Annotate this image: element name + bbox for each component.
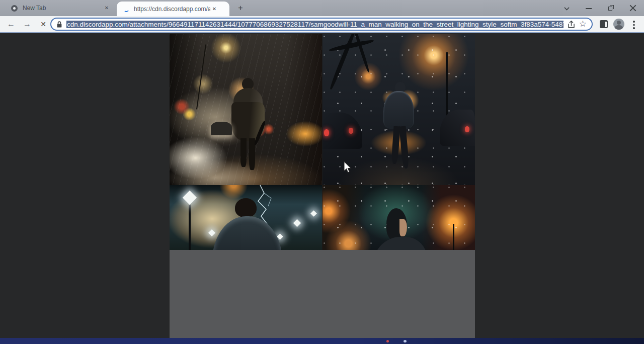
tab-close-icon[interactable]: ✕ [103,4,111,12]
lock-icon[interactable] [56,21,62,28]
share-icon[interactable] [567,20,576,29]
image-quadrant-bottom-left [170,185,322,250]
tab-search-chevron-icon[interactable] [564,5,569,10]
taskbar-app-dot [404,340,407,342]
street-lamp-head [310,210,317,217]
profile-man-face [399,219,407,236]
mouse-cursor [343,161,353,174]
new-tab-favicon-icon [11,5,18,12]
image-quadrant-top-left [170,34,322,185]
taillight [324,129,329,136]
tab-title: https://cdn.discordapp.com/atta [134,6,210,13]
lamp-pole [189,205,191,250]
address-bar[interactable]: cdn.discordapp.com/attachments/966491171… [50,18,593,31]
tab-new-tab[interactable]: New Tab ✕ [4,0,115,16]
walking-man-jacket [383,91,414,129]
minimize-button[interactable] [586,8,592,9]
walking-man-leg [240,138,247,167]
new-tab-button[interactable]: + [235,3,246,13]
bookmark-star-icon[interactable]: ☆ [579,19,587,29]
forward-button[interactable]: → [21,18,33,30]
generated-image-grid[interactable] [170,34,475,338]
menu-kebab-icon[interactable] [633,21,635,30]
avatar-head-icon [617,21,621,25]
browser-toolbar: ← → ✕ cdn.discordapp.com/attachments/966… [0,16,644,33]
street-lamp-head [208,229,215,236]
street-lamp-head [183,191,197,205]
image-quadrant-bottom-right [323,185,475,250]
side-panel-icon[interactable] [600,20,608,28]
street-lamp-head [293,219,301,227]
taskbar-app-dot [386,340,389,342]
distant-car [211,122,232,135]
avatar-body-icon [615,25,623,30]
tab-title: New Tab [23,5,103,12]
tab-strip: New Tab ✕ https://cdn.discordapp.com/att… [0,0,644,16]
url-field[interactable]: cdn.discordapp.com/attachments/966491171… [66,21,564,28]
lamp-pole [453,224,454,250]
page-content [0,34,644,338]
tab-discord-cdn[interactable]: https://cdn.discordapp.com/atta ✕ [117,2,229,16]
close-window-button[interactable] [629,5,636,12]
taillight [349,128,353,134]
loading-spinner-icon [123,6,130,13]
image-loading-placeholder [170,250,475,338]
restore-button[interactable] [608,5,615,12]
hooded-man-head [235,198,256,218]
tab-close-icon[interactable]: ✕ [210,5,218,13]
taskbar-sliver [0,338,644,344]
url-selected-text: cdn.discordapp.com/attachments/966491171… [66,21,564,28]
back-button[interactable]: ← [5,18,17,30]
profile-avatar[interactable] [613,19,624,30]
stop-loading-button[interactable]: ✕ [37,18,49,30]
